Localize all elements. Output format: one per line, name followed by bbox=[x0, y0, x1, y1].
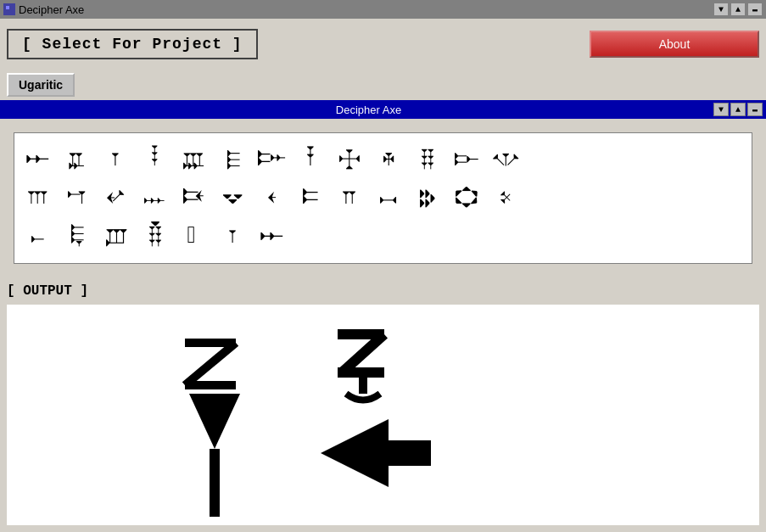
title-bar-left: Decipher Axe bbox=[3, 3, 84, 16]
symbol-3-3[interactable]: 𐎜 bbox=[99, 225, 133, 249]
output-label: [ OUTPUT ] bbox=[0, 277, 766, 305]
symbol-3-7[interactable]: 𐎀 bbox=[255, 225, 289, 249]
second-maximize-btn[interactable]: ▲ bbox=[730, 103, 746, 116]
symbol-3-6[interactable]: 𐎟 bbox=[216, 225, 250, 249]
svg-rect-1 bbox=[6, 6, 9, 9]
output-symbol-arrow bbox=[189, 394, 240, 517]
symbol-2-1[interactable]: 𐎍 bbox=[21, 186, 55, 210]
output-symbol-2 bbox=[338, 334, 384, 400]
second-minimize-btn[interactable]: ▼ bbox=[713, 103, 729, 116]
output-section: [ OUTPUT ] bbox=[0, 277, 766, 532]
second-close-btn[interactable]: ▬ bbox=[747, 103, 763, 116]
symbol-2-13[interactable]: 𐎙 bbox=[489, 186, 523, 210]
svg-marker-12 bbox=[389, 445, 431, 462]
symbol-1-11[interactable]: 𐎊 bbox=[411, 148, 445, 171]
title-bar-controls: ▼ ▲ ▬ bbox=[713, 3, 763, 16]
language-area: Ugaritic bbox=[0, 70, 766, 100]
symbol-2-3[interactable]: 𐎏 bbox=[99, 186, 133, 210]
app-icon bbox=[3, 3, 15, 15]
symbol-grid-wrapper: 𐎀 𐎁 𐎂 𐎃 𐎄 𐎅 𐎆 𐎇 𐎈 𐎉 𐎊 𐎋 𐎌 𐎍 𐎎 𐎏 𐎐 bbox=[0, 119, 766, 277]
symbol-2-8[interactable]: 𐎔 bbox=[294, 186, 328, 210]
symbol-2-11[interactable]: 𐎗 bbox=[411, 186, 445, 210]
symbol-2-5[interactable]: 𐎑 bbox=[177, 186, 211, 210]
symbol-1-12[interactable]: 𐎋 bbox=[450, 148, 484, 171]
symbol-1-5[interactable]: 𐎄 bbox=[177, 148, 211, 171]
symbol-1-8[interactable]: 𐎇 bbox=[294, 148, 328, 171]
select-project-button[interactable]: [ Select For Project ] bbox=[7, 29, 258, 59]
symbol-1-10[interactable]: 𐎉 bbox=[372, 148, 406, 171]
language-button[interactable]: Ugaritic bbox=[7, 73, 75, 97]
title-bar: Decipher Axe ▼ ▲ ▬ bbox=[0, 0, 766, 19]
symbol-1-6[interactable]: 𐎅 bbox=[216, 148, 250, 171]
output-symbol-3 bbox=[321, 419, 431, 487]
output-svg bbox=[7, 305, 759, 525]
app-title: Decipher Axe bbox=[19, 3, 84, 16]
output-area bbox=[7, 305, 759, 525]
second-title-text: Decipher Axe bbox=[24, 104, 713, 116]
svg-marker-5 bbox=[189, 394, 240, 449]
svg-line-3 bbox=[185, 343, 236, 385]
minimize-btn[interactable]: ▼ bbox=[713, 3, 729, 16]
symbol-2-10[interactable]: 𐎖 bbox=[372, 186, 406, 210]
symbol-2-6[interactable]: 𐎒 bbox=[216, 186, 250, 210]
header-area: [ Select For Project ] About bbox=[0, 19, 766, 70]
symbol-3-5[interactable]: 𐎞 bbox=[177, 225, 211, 249]
symbol-1-1[interactable]: 𐎀 bbox=[21, 148, 55, 171]
symbol-1-7[interactable]: 𐎆 bbox=[255, 148, 289, 171]
symbol-row-1: 𐎀 𐎁 𐎂 𐎃 𐎄 𐎅 𐎆 𐎇 𐎈 𐎉 𐎊 𐎋 𐎌 bbox=[21, 148, 745, 171]
symbol-grid: 𐎀 𐎁 𐎂 𐎃 𐎄 𐎅 𐎆 𐎇 𐎈 𐎉 𐎊 𐎋 𐎌 𐎍 𐎎 𐎏 𐎐 bbox=[14, 132, 752, 264]
close-btn[interactable]: ▬ bbox=[747, 3, 763, 16]
svg-line-8 bbox=[342, 334, 384, 372]
symbol-2-4[interactable]: 𐎐 bbox=[138, 186, 172, 210]
symbol-3-2[interactable]: 𐎛 bbox=[60, 225, 94, 249]
output-symbol-1 bbox=[185, 343, 236, 385]
second-title-bar: Decipher Axe ▼ ▲ ▬ bbox=[0, 100, 766, 119]
symbol-3-1[interactable]: 𐎚 bbox=[21, 225, 55, 249]
symbol-1-4[interactable]: 𐎃 bbox=[138, 148, 172, 171]
second-title-controls: ▼ ▲ ▬ bbox=[713, 103, 763, 116]
maximize-btn[interactable]: ▲ bbox=[730, 3, 746, 16]
symbol-2-7[interactable]: 𐎓 bbox=[255, 186, 289, 210]
symbol-1-9[interactable]: 𐎈 bbox=[333, 148, 367, 171]
symbol-1-3[interactable]: 𐎂 bbox=[99, 148, 133, 171]
symbol-2-12[interactable]: 𐎘 bbox=[450, 186, 484, 210]
symbol-row-2: 𐎍 𐎎 𐎏 𐎐 𐎑 𐎒 𐎓 𐎔 𐎕 𐎖 𐎗 𐎘 𐎙 bbox=[21, 186, 745, 210]
symbol-row-3: 𐎚 𐎛 𐎜 𐎝 𐎞 𐎟 𐎀 bbox=[21, 225, 745, 249]
symbol-1-2[interactable]: 𐎁 bbox=[60, 148, 94, 171]
symbol-2-9[interactable]: 𐎕 bbox=[333, 186, 367, 210]
symbol-1-13[interactable]: 𐎌 bbox=[489, 148, 523, 171]
symbol-3-4[interactable]: 𐎝 bbox=[138, 225, 172, 249]
about-button[interactable]: About bbox=[590, 31, 759, 58]
symbol-2-2[interactable]: 𐎎 bbox=[60, 186, 94, 210]
